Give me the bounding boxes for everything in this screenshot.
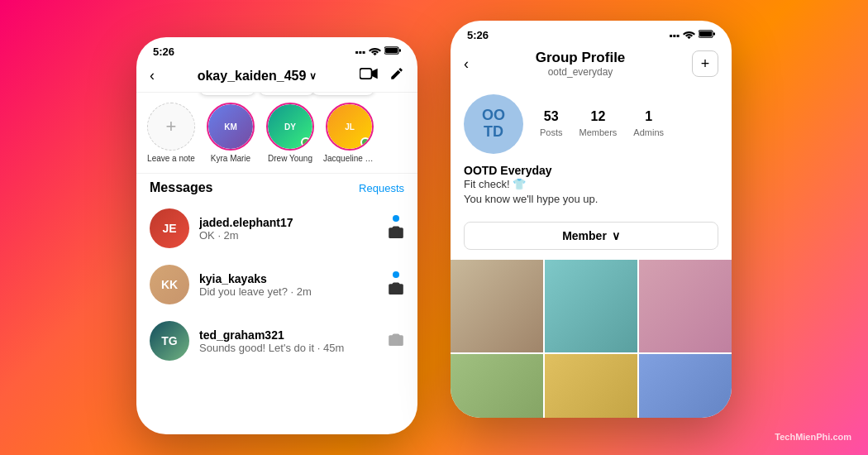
story-item-kyra[interactable]: KM Why is tomorrow Monday!? 🤪 Kyra Marie xyxy=(204,103,257,163)
msg-username-1: jaded.elephant17 xyxy=(199,216,378,229)
bio-line-2: You know we'll hype you up. xyxy=(464,192,718,207)
jacqueline-avatar: JL xyxy=(326,103,374,151)
kyra-avatar-inner: KM xyxy=(208,104,253,149)
dm-username: okay_kaiden_459 xyxy=(198,69,307,84)
member-btn-label: Member xyxy=(562,229,607,242)
stat-admins: 1 Admins xyxy=(633,109,664,139)
group-header: ‹ Group Profile ootd_everyday + xyxy=(451,46,732,84)
story-item-drew[interactable]: DY Finally landing in NYC! ❤ Drew Young xyxy=(264,103,317,163)
story-item-jacqueline[interactable]: JL Game night this weekend? 🎮 Jacqueline… xyxy=(323,103,376,163)
msg-preview-3: Sounds good! Let's do it · 45m xyxy=(199,342,378,354)
back-button[interactable]: ‹ xyxy=(150,67,155,84)
unread-dot-1 xyxy=(393,215,399,222)
watermark: TechMienPhi.com xyxy=(775,432,851,442)
requests-link[interactable]: Requests xyxy=(359,182,404,194)
member-button[interactable]: Member ∨ xyxy=(464,222,718,250)
stat-posts: 53 Posts xyxy=(540,109,563,139)
group-back-button[interactable]: ‹ xyxy=(464,55,469,73)
left-phone: 5:26 ▪▪▪ ‹ okay_kaiden_459 ∨ xyxy=(136,37,417,434)
group-subtitle: ootd_everyday xyxy=(536,66,626,78)
right-status-icons: ▪▪▪ xyxy=(669,29,715,41)
msg-content-1: jaded.elephant17 OK · 2m xyxy=(199,216,378,242)
stories-row: + Leave a note KM Why is tomorrow Monday… xyxy=(136,93,417,174)
right-wifi-icon xyxy=(683,29,695,41)
svg-rect-5 xyxy=(699,31,712,36)
photo-cell-1[interactable] xyxy=(451,260,543,352)
right-battery-icon xyxy=(699,29,715,41)
kyra-avatar: KM xyxy=(207,103,255,151)
add-story-item[interactable]: + Leave a note xyxy=(145,103,198,163)
msg-preview-1: OK · 2m xyxy=(199,229,378,242)
messages-header: Messages Requests xyxy=(136,174,417,200)
right-time: 5:26 xyxy=(467,29,489,41)
member-btn-chevron: ∨ xyxy=(612,229,620,242)
dm-header: ‹ okay_kaiden_459 ∨ xyxy=(136,63,417,93)
msg-right-3 xyxy=(388,333,404,350)
left-status-icons: ▪▪▪ xyxy=(355,46,401,58)
svg-rect-3 xyxy=(360,69,371,79)
photo-cell-6[interactable] xyxy=(639,354,732,418)
msg-username-2: kyia_kayaks xyxy=(199,272,378,285)
message-item-3[interactable]: TG ted_graham321 Sounds good! Let's do i… xyxy=(136,313,417,369)
msg-content-3: ted_graham321 Sounds good! Let's do it ·… xyxy=(199,328,378,354)
dm-header-center: okay_kaiden_459 ∨ xyxy=(198,69,317,84)
photo-cell-5[interactable] xyxy=(545,354,637,418)
left-time: 5:26 xyxy=(153,46,174,58)
left-status-bar: 5:26 ▪▪▪ xyxy=(136,37,417,63)
group-stats: 53 Posts 12 Members 1 Admins xyxy=(540,109,664,139)
message-item-1[interactable]: JE jaded.elephant17 OK · 2m xyxy=(136,200,417,256)
signal-icon: ▪▪▪ xyxy=(355,46,365,58)
message-item-2[interactable]: KK kyia_kayaks Did you leave yet? · 2m xyxy=(136,256,417,313)
msg-avatar-1: JE xyxy=(150,208,189,248)
messages-title: Messages xyxy=(150,180,213,195)
msg-avatar-3: TG xyxy=(150,321,189,361)
stat-members-number: 12 xyxy=(579,109,618,124)
bio-line-1: Fit check! 👕 xyxy=(464,177,718,192)
group-profile-section: OOTD 53 Posts 12 Members 1 Admins xyxy=(451,84,732,164)
photo-cell-2[interactable] xyxy=(545,260,637,352)
msg-right-2 xyxy=(388,271,404,299)
stat-members: 12 Members xyxy=(579,109,618,139)
dm-header-icons xyxy=(360,66,404,85)
group-add-button[interactable]: + xyxy=(692,50,718,77)
group-logo: OOTD xyxy=(464,94,523,154)
stat-posts-number: 53 xyxy=(540,109,563,124)
kyra-label: Kyra Marie xyxy=(204,154,257,163)
add-story-label: Leave a note xyxy=(145,154,198,163)
camera-icon-3 xyxy=(388,333,404,350)
group-bio: OOTD Everyday Fit check! 👕 You know we'l… xyxy=(451,164,732,215)
stat-admins-number: 1 xyxy=(633,109,664,124)
kyra-note: Why is tomorrow Monday!? 🤪 xyxy=(198,93,256,96)
camera-icon-2 xyxy=(388,281,404,299)
group-title: Group Profile xyxy=(536,50,626,66)
add-story-circle[interactable]: + xyxy=(147,103,195,151)
message-list: JE jaded.elephant17 OK · 2m KK kyia_kaya… xyxy=(136,200,417,369)
jacqueline-online-dot xyxy=(360,137,370,147)
msg-avatar-2: KK xyxy=(150,265,189,304)
wifi-icon xyxy=(369,46,381,58)
right-signal-icon: ▪▪▪ xyxy=(669,30,680,41)
msg-preview-2: Did you leave yet? · 2m xyxy=(199,285,378,298)
msg-right-1 xyxy=(388,215,404,242)
svg-rect-2 xyxy=(399,49,401,52)
photo-cell-3[interactable] xyxy=(639,260,732,352)
battery-icon xyxy=(384,46,401,58)
photo-grid xyxy=(451,256,732,418)
drew-note: Finally landing in NYC! ❤ xyxy=(258,93,316,96)
stat-admins-label: Admins xyxy=(633,127,664,137)
msg-content-2: kyia_kayaks Did you leave yet? · 2m xyxy=(199,272,378,298)
camera-icon-1 xyxy=(388,225,404,242)
edit-icon[interactable] xyxy=(389,66,404,85)
svg-rect-1 xyxy=(385,48,398,53)
drew-avatar: DY xyxy=(266,103,314,151)
video-icon[interactable] xyxy=(360,67,378,84)
svg-rect-6 xyxy=(713,32,715,36)
stat-members-label: Members xyxy=(579,127,618,137)
stat-posts-label: Posts xyxy=(540,127,563,137)
group-name: OOTD Everyday xyxy=(464,164,718,177)
photo-cell-4[interactable] xyxy=(451,354,543,418)
drew-online-dot xyxy=(301,137,311,147)
jacqueline-note: Game night this weekend? 🎮 xyxy=(311,93,375,96)
right-status-bar: 5:26 ▪▪▪ xyxy=(451,21,732,46)
msg-username-3: ted_graham321 xyxy=(199,328,378,342)
